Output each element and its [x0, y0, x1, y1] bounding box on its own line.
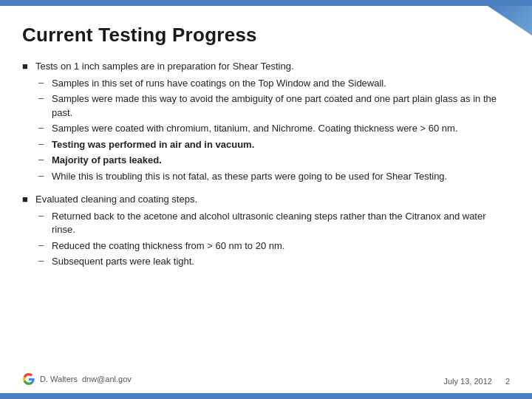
list-item: – Majority of parts leaked.: [38, 154, 510, 167]
sub-list-2: – Returned back to the acetone and alcoh…: [38, 210, 510, 269]
bullet-marker-1: ■: [22, 61, 35, 185]
sub-text: Reduced the coating thickness from > 60 …: [52, 239, 284, 253]
sub-text: Subsequent parts were leak tight.: [52, 255, 194, 268]
list-item: – While this is troubling this is not fa…: [38, 170, 510, 183]
top-bar: [0, 0, 532, 6]
footer-name: D. Walters: [40, 375, 78, 383]
list-item: – Subsequent parts were leak tight.: [38, 255, 510, 268]
bullet-content-1: Tests on 1 inch samples are in preparati…: [35, 60, 510, 185]
footer-email: dnw@anl.gov: [82, 375, 132, 383]
sub-text: While this is troubling this is not fata…: [52, 170, 447, 183]
list-item: – Reduced the coating thickness from > 6…: [38, 239, 510, 253]
bullet-item-2: ■ Evaluated cleaning and coating steps. …: [22, 193, 510, 271]
sub-dash: –: [38, 92, 52, 120]
sub-text: Returned back to the acetone and alcohol…: [52, 210, 510, 237]
footer-right: July 13, 2012 2: [443, 377, 510, 386]
sub-text: Samples were coated with chromium, titan…: [52, 122, 458, 135]
bullet-item-1: ■ Tests on 1 inch samples are in prepara…: [22, 60, 510, 185]
footer-date: July 13, 2012: [443, 377, 491, 386]
bullet-text-2: Evaluated cleaning and coating steps.: [35, 193, 510, 207]
sub-dash: –: [38, 255, 52, 268]
bottom-bar: [0, 393, 532, 399]
bullet-text-1: Tests on 1 inch samples are in preparati…: [35, 60, 510, 74]
google-icon: [22, 372, 35, 386]
main-content: Current Testing Progress ■ Tests on 1 in…: [0, 6, 532, 393]
list-item: – Testing was performed in air and in va…: [38, 138, 510, 151]
sub-dash: –: [38, 170, 52, 183]
list-item: – Samples in this set of runs have coati…: [38, 77, 510, 90]
sub-text: Samples in this set of runs have coating…: [52, 77, 386, 90]
bullet-marker-2: ■: [22, 194, 35, 271]
sub-text: Testing was performed in air and in vacu…: [52, 138, 254, 151]
footer-page: 2: [505, 377, 510, 386]
sub-list-1: – Samples in this set of runs have coati…: [38, 77, 510, 183]
footer-left: D. Walters dnw@anl.gov: [22, 372, 132, 386]
sub-dash: –: [38, 210, 52, 237]
list-item: – Samples were coated with chromium, tit…: [38, 122, 510, 135]
sub-text: Samples were made this way to avoid the …: [52, 92, 510, 120]
sub-dash: –: [38, 77, 52, 90]
sub-dash: –: [38, 154, 52, 167]
sub-dash: –: [38, 122, 52, 135]
page-title: Current Testing Progress: [22, 24, 510, 47]
sub-dash: –: [38, 239, 52, 253]
list-item: – Samples were made this way to avoid th…: [38, 92, 510, 120]
sub-dash: –: [38, 138, 52, 151]
list-item: – Returned back to the acetone and alcoh…: [38, 210, 510, 237]
bullet-content-2: Evaluated cleaning and coating steps. – …: [35, 193, 510, 271]
footer: D. Walters dnw@anl.gov July 13, 2012 2: [22, 372, 510, 386]
sub-text: Majority of parts leaked.: [52, 154, 162, 167]
